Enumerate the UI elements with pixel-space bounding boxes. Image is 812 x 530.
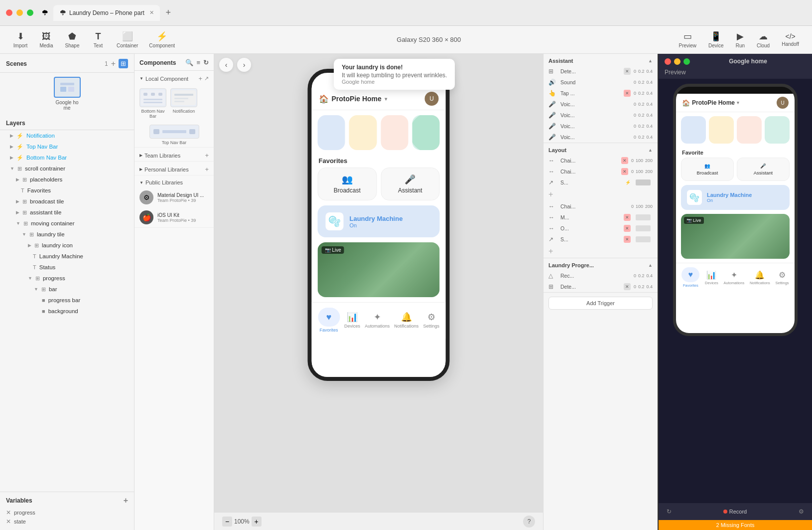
broadcast-tile[interactable]: 👥 Broadcast	[318, 168, 377, 200]
material-design-library[interactable]: ⚙ Material Design UI ... Team ProtoPie •…	[135, 187, 214, 207]
team-libraries-title[interactable]: ▶ Team Libraries +	[135, 148, 214, 161]
preview-maximize-button[interactable]	[683, 58, 690, 65]
canvas-area[interactable]: Google home ‹ › Your laundry is done! It…	[214, 54, 543, 530]
add-layout-button[interactable]: +	[548, 190, 653, 199]
variable-state[interactable]: ✕ state	[6, 517, 128, 526]
layer-status-text[interactable]: T Status	[0, 262, 134, 273]
rec-row[interactable]: △ Rec... 0 0.2 0.4	[543, 270, 658, 281]
layer-laundry-tile[interactable]: ▼ ⊞ laundry tile	[0, 229, 134, 240]
nav-notifications[interactable]: 🔔 Notifications	[394, 312, 418, 329]
minimize-button[interactable]	[16, 9, 23, 16]
close-icon[interactable]: ✕	[621, 168, 628, 175]
help-button[interactable]: ?	[523, 516, 535, 528]
o-row[interactable]: ↔ O... ✕	[543, 223, 658, 234]
preview-close-button[interactable]	[665, 58, 671, 65]
nav-devices[interactable]: 📊 Devices	[344, 312, 360, 329]
layers-panel[interactable]: ▶ ⚡ Notification ▶ ⚡ Top Nav Bar ▶ ⚡ Bot…	[0, 130, 134, 492]
list-icon[interactable]: ≡	[196, 59, 200, 66]
scene-thumbnail-google-home[interactable]: Google home	[6, 77, 128, 111]
layer-scroll-container[interactable]: ▼ ⊞ scroll contrainer	[0, 163, 134, 174]
top-nav-bar-component[interactable]: Top Nav Bar	[135, 123, 214, 147]
preview-nav-settings[interactable]: ⚙ Settings	[775, 270, 789, 285]
zoom-in-button[interactable]: +	[252, 517, 262, 527]
layer-favorites-text[interactable]: T Favorites	[0, 185, 134, 196]
add-local-component-button[interactable]: +	[198, 75, 202, 82]
variable-progress[interactable]: ✕ progress	[6, 508, 128, 517]
refresh-icon[interactable]: ↻	[203, 59, 209, 66]
layer-laundry-icon[interactable]: ▶ ⊞ laundry icon	[0, 240, 134, 251]
maximize-button[interactable]	[27, 9, 33, 16]
zoom-level[interactable]: 100%	[234, 518, 250, 525]
back-arrow[interactable]: ‹	[219, 58, 233, 72]
run-button[interactable]: ▶ Run	[731, 29, 750, 50]
scenes-grid-icon[interactable]: ⊞	[119, 59, 128, 68]
nav-automations[interactable]: ✦ Automations	[365, 312, 390, 329]
layer-laundry-machine-text[interactable]: T Laundry Machine	[0, 251, 134, 262]
nav-favorites[interactable]: ♥ Favorites	[318, 308, 340, 333]
search-icon[interactable]: 🔍	[185, 59, 193, 66]
text-button[interactable]: T Text	[86, 29, 111, 50]
forward-arrow[interactable]: ›	[237, 58, 251, 72]
layer-progress[interactable]: ▼ ⊞ progress	[0, 273, 134, 284]
layer-moving-container[interactable]: ▼ ⊞ moving container	[0, 218, 134, 229]
add-variable-button[interactable]: +	[124, 496, 128, 505]
preview-broadcast-tile[interactable]: 👥 Broadcast	[681, 158, 734, 181]
dete-row-2[interactable]: ⊞ Dete... ✕ 0 0.2 0.4	[543, 281, 658, 292]
close-icon[interactable]: ✕	[621, 157, 628, 164]
close-button[interactable]	[6, 9, 12, 16]
nav-settings[interactable]: ⚙ Settings	[423, 312, 439, 329]
local-components-title[interactable]: ▼ Local Component + ↗	[135, 71, 214, 84]
add-team-library-button[interactable]: +	[205, 152, 209, 159]
layer-assistant-tile[interactable]: ▶ ⊞ assistant tile	[0, 207, 134, 218]
import-button[interactable]: ⬇ Import	[8, 29, 33, 50]
preview-nav-devices[interactable]: 📊 Devices	[705, 270, 718, 285]
layer-placeholders[interactable]: ▶ ⊞ placeholders	[0, 174, 134, 185]
preview-laundry-tile[interactable]: 🫧 Laundry Machine On	[681, 185, 790, 210]
layer-broadcast-tile[interactable]: ▶ ⊞ broadcast tile	[0, 196, 134, 207]
assistant-tile[interactable]: 🎤 Assistant	[381, 168, 440, 200]
new-tab-button[interactable]: +	[162, 6, 175, 19]
chain-row-3[interactable]: ↔ Chai... 0 100 200	[543, 201, 658, 212]
close-icon[interactable]: ✕	[624, 283, 631, 290]
chain-row-2[interactable]: ↔ Chai... ✕ 0 100 200	[543, 166, 658, 177]
add-scene-button[interactable]: +	[111, 59, 116, 68]
chain-row-1[interactable]: ↔ Chai... ✕ 0 100 200	[543, 155, 658, 166]
close-icon[interactable]: ✕	[624, 225, 631, 232]
layer-notification[interactable]: ▶ ⚡ Notification	[0, 130, 134, 141]
close-icon[interactable]: ✕	[624, 68, 631, 75]
bottom-nav-bar-component[interactable]: Bottom NavBar	[139, 88, 166, 119]
detect-row[interactable]: ⊞ Dete... ✕ 0 0.2 0.4	[543, 66, 658, 77]
personal-libraries-title[interactable]: ▶ Personal Libraries +	[135, 162, 214, 175]
preview-refresh-button[interactable]: ↻	[665, 506, 674, 517]
tap-row[interactable]: 👆 Tap ... ✕ 0 0.2 0.4	[543, 88, 658, 99]
layer-bottom-nav-bar[interactable]: ▶ ⚡ Bottom Nav Bar	[0, 152, 134, 163]
device-button[interactable]: 📱 Device	[703, 29, 729, 50]
add-personal-library-button[interactable]: +	[205, 166, 209, 173]
preview-nav-favorites[interactable]: ♥ Favorites	[681, 267, 699, 288]
record-button[interactable]: Record	[723, 509, 747, 515]
preview-settings-button[interactable]: ⚙	[797, 506, 806, 517]
close-icon[interactable]: ✕	[624, 90, 631, 97]
close-icon[interactable]: ✕	[624, 214, 631, 221]
handoff-button[interactable]: </> Handoff	[777, 30, 804, 49]
shape-button[interactable]: ⬟ Shape	[60, 29, 85, 50]
preview-nav-automations[interactable]: ✦ Automations	[723, 270, 744, 285]
s-row-2[interactable]: ↗ S... ✕	[543, 234, 658, 245]
preview-nav-notifications[interactable]: 🔔 Notifications	[750, 270, 770, 285]
add-layout-button-2[interactable]: +	[548, 247, 653, 256]
layer-top-nav-bar[interactable]: ▶ ⚡ Top Nav Bar	[0, 141, 134, 152]
preview-button[interactable]: ▭ Preview	[674, 29, 702, 50]
voice-row-3[interactable]: 🎤 Voic... 0 0.2 0.4	[543, 121, 658, 132]
voice-row-1[interactable]: 🎤 Voic... 0 0.2 0.4	[543, 99, 658, 110]
zoom-out-button[interactable]: −	[222, 517, 232, 527]
layer-bar[interactable]: ▼ ⊞ bar	[0, 284, 134, 295]
media-button[interactable]: 🖼 Media	[34, 29, 59, 50]
add-trigger-button[interactable]: Add Trigger	[548, 297, 653, 310]
m-row[interactable]: ↔ M... ✕	[543, 212, 658, 223]
notification-component[interactable]: Notification	[170, 88, 197, 119]
laundry-tile[interactable]: 🫧 Laundry Machine On	[318, 205, 440, 237]
voice-row-2[interactable]: 🎤 Voic... 0 0.2 0.4	[543, 110, 658, 121]
voice-row-4[interactable]: 🎤 Voic... 0 0.2 0.4	[543, 132, 658, 143]
layer-background[interactable]: ■ background	[0, 306, 134, 317]
container-button[interactable]: ⬜ Container	[112, 29, 143, 50]
